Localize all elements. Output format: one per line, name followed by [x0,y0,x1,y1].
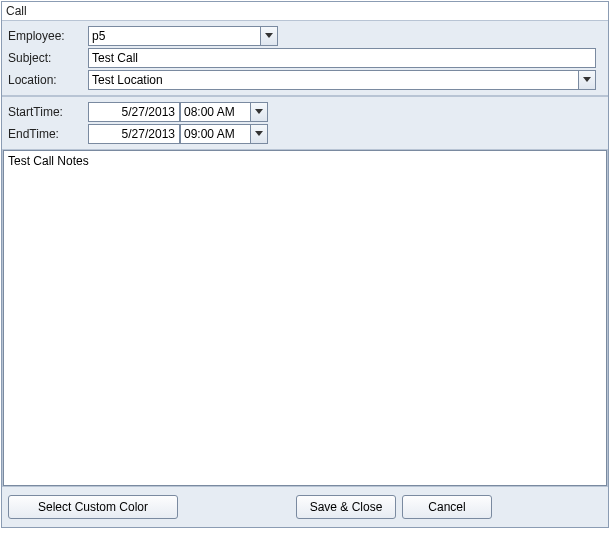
start-time-row: StartTime: [6,102,604,122]
svg-marker-1 [583,77,591,82]
end-time-combo [180,124,268,144]
svg-marker-0 [265,33,273,38]
start-time-input[interactable] [180,102,250,122]
end-time-row: EndTime: [6,124,604,144]
start-time-combo [180,102,268,122]
location-label: Location: [6,73,88,87]
location-row: Location: [6,70,604,90]
time-section: StartTime: EndTime: [2,96,608,150]
employee-dropdown-button[interactable] [260,26,278,46]
svg-marker-3 [255,131,263,136]
employee-row: Employee: [6,26,604,46]
chevron-down-icon [583,77,591,83]
chevron-down-icon [255,109,263,115]
window-title: Call [2,2,608,20]
notes-textarea[interactable] [3,150,607,486]
cancel-button[interactable]: Cancel [402,495,492,519]
employee-label: Employee: [6,29,88,43]
save-close-button[interactable]: Save & Close [296,495,396,519]
svg-marker-2 [255,109,263,114]
notes-section [2,150,608,486]
end-time-input[interactable] [180,124,250,144]
location-input[interactable] [88,70,578,90]
header-section: Employee: Subject: Location: [2,20,608,96]
chevron-down-icon [255,131,263,137]
end-time-label: EndTime: [6,127,88,141]
employee-combo [88,26,278,46]
start-time-dropdown-button[interactable] [250,102,268,122]
subject-label: Subject: [6,51,88,65]
location-combo [88,70,596,90]
chevron-down-icon [265,33,273,39]
footer-bar: Select Custom Color Save & Close Cancel [2,486,608,527]
subject-input[interactable] [88,48,596,68]
end-date-input[interactable] [88,124,180,144]
location-dropdown-button[interactable] [578,70,596,90]
subject-row: Subject: [6,48,604,68]
employee-input[interactable] [88,26,260,46]
end-time-dropdown-button[interactable] [250,124,268,144]
start-time-label: StartTime: [6,105,88,119]
call-dialog: Call Employee: Subject: Location: [1,1,609,528]
select-custom-color-button[interactable]: Select Custom Color [8,495,178,519]
start-date-input[interactable] [88,102,180,122]
